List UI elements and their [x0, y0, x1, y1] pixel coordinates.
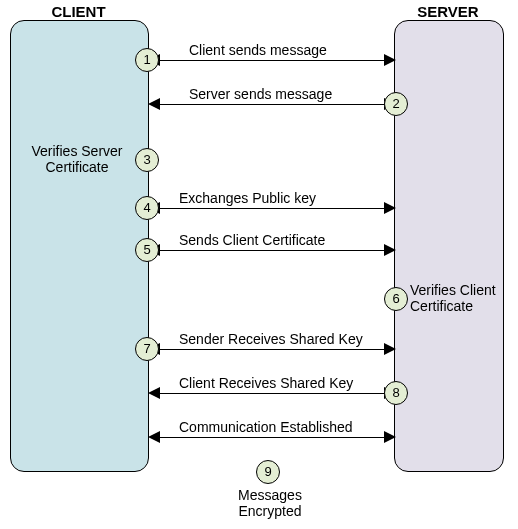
label-9a: Communication Established	[179, 419, 353, 435]
step-circle-2: 2	[384, 92, 408, 116]
label-6: Verifies Client Certificate	[410, 282, 502, 314]
step-circle-4: 4	[135, 196, 159, 220]
step-circle-6: 6	[384, 287, 408, 311]
arrowhead-right-icon	[384, 202, 396, 214]
arrowhead-left-icon	[148, 431, 160, 443]
arrowhead-right-icon	[384, 54, 396, 66]
arrowhead-right-icon	[384, 431, 396, 443]
arrow-4	[158, 208, 386, 209]
server-lifeline	[394, 20, 504, 472]
arrowhead-left-icon	[148, 387, 160, 399]
diagram-canvas: CLIENT SERVER Client sends message 1 Ser…	[0, 0, 518, 529]
label-3: Verifies Server Certificate	[22, 143, 132, 175]
arrowhead-right-icon	[384, 343, 396, 355]
step-circle-1: 1	[135, 48, 159, 72]
arrow-2	[158, 104, 386, 105]
step-circle-5: 5	[135, 238, 159, 262]
label-9: Messages Encrypted	[210, 487, 330, 519]
client-header: CLIENT	[10, 3, 147, 20]
arrowhead-left-icon	[148, 98, 160, 110]
step-circle-7: 7	[135, 337, 159, 361]
arrowhead-right-icon	[384, 244, 396, 256]
label-4: Exchanges Public key	[179, 190, 316, 206]
client-lifeline	[10, 20, 149, 472]
label-8: Client Receives Shared Key	[179, 375, 353, 391]
label-1: Client sends message	[189, 42, 327, 58]
arrow-7	[158, 349, 386, 350]
label-5: Sends Client Certificate	[179, 232, 325, 248]
label-2: Server sends message	[189, 86, 332, 102]
arrow-9	[158, 437, 386, 438]
server-header: SERVER	[394, 3, 502, 20]
arrow-1	[158, 60, 386, 61]
step-circle-3: 3	[135, 148, 159, 172]
step-circle-8: 8	[384, 381, 408, 405]
arrow-5	[158, 250, 386, 251]
label-7: Sender Receives Shared Key	[179, 331, 363, 347]
arrow-8	[158, 393, 386, 394]
step-circle-9: 9	[256, 460, 280, 484]
